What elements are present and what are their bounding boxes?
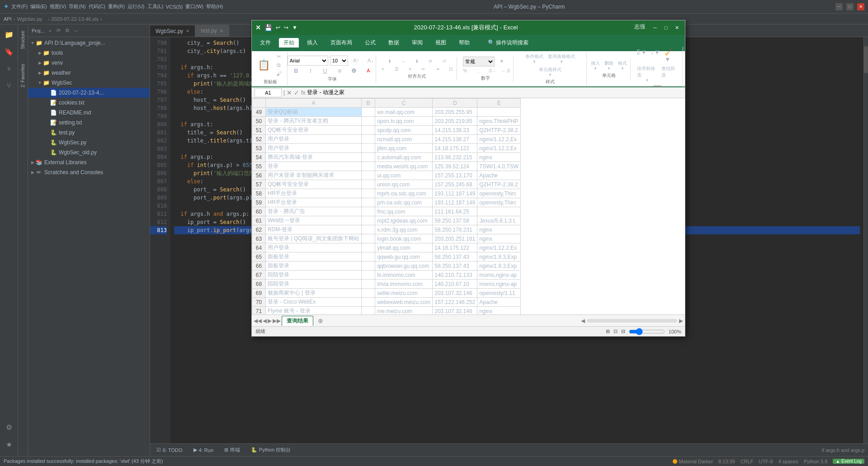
cell-61-a[interactable]: Web统一登录 [266, 216, 362, 225]
cell-68-d[interactable]: 140.210.67.10 [433, 280, 477, 289]
cell-67-e[interactable]: momo,nginx-ap [477, 271, 521, 280]
font-dec-btn[interactable]: A↓ [364, 57, 377, 65]
cell-55-c[interactable]: media.weishi.qq.com [375, 162, 433, 171]
number-expand-btn[interactable]: ▼ [495, 58, 508, 65]
cell-56-e[interactable]: Apache [477, 171, 521, 180]
cell-71-b[interactable] [362, 307, 375, 315]
bookmark-icon[interactable]: 🔖 [1, 43, 17, 60]
fontcolor-btn[interactable]: A [362, 67, 375, 74]
cell-51-e[interactable]: QZHTTP-2.38.2 [477, 126, 521, 135]
add-btn[interactable]: + [47, 27, 54, 34]
cell-56-c[interactable]: ui.qq.com [375, 171, 433, 180]
table-row[interactable]: 61Web统一登录mpt2.tgideas.qq.com58.250.137.5… [252, 216, 521, 225]
tree-item-wgbsec[interactable]: ▼ 📁 WgbSec [28, 78, 150, 88]
cut-btn[interactable]: ✂ [273, 52, 285, 61]
cell-59-d[interactable]: 193.112.187.149 [433, 198, 477, 207]
underline-btn[interactable]: U [319, 67, 331, 75]
col-header-c[interactable]: C [375, 99, 433, 108]
italic-btn[interactable]: I [304, 67, 317, 75]
view-layout-btn[interactable]: ⊡ [613, 328, 618, 334]
table-row[interactable]: 64用户登录ylmall.qq.com14.18.175.122nginx/1.… [252, 243, 521, 252]
minimize-panel-btn[interactable]: ─ [72, 27, 80, 34]
table-row[interactable]: 53用户登录jifen.qq.com14.18.175.122nginx/1.1… [252, 144, 521, 153]
table-row[interactable]: 71Flyme 账号 - 登录me.meizu.com203.107.32.14… [252, 307, 521, 315]
run-btn[interactable]: ▶ 4: Run [191, 446, 216, 454]
table-row[interactable]: 52用户登录nzmall.qq.com14.215.138.27nginx/1.… [252, 135, 521, 144]
sheet-first-btn[interactable]: ◀◀ [254, 318, 262, 324]
cell-71-d[interactable]: 203.107.32.146 [433, 307, 477, 315]
cell-54-d[interactable]: 113.96.232.215 [433, 153, 477, 162]
excel-undo-icon[interactable]: ↩ [276, 24, 280, 31]
tree-item-tools[interactable]: ▶ 📁 tools [28, 48, 150, 58]
scroll-left-btn[interactable]: ◀ [581, 318, 585, 324]
tree-item-test-py[interactable]: 🐍 test.py [28, 128, 150, 138]
fillcolor-btn[interactable]: 🅐 [348, 67, 360, 74]
cell-71-c[interactable]: me.meizu.com [375, 307, 433, 315]
project-icon[interactable]: 📁 [1, 26, 17, 43]
cell-49-a[interactable]: 登录QQ邮箱 [266, 108, 362, 117]
excel-close[interactable]: ✕ [672, 23, 681, 32]
tree-item-weather[interactable]: ▶ 📁 weather [28, 68, 150, 78]
paintformat-btn[interactable]: 🖌 [273, 70, 285, 78]
formula-bar-cancel[interactable]: ✕ [287, 89, 292, 96]
cell-60-b[interactable] [362, 207, 375, 216]
cell-67-b[interactable] [362, 271, 375, 280]
cell-51-a[interactable]: QQ帐号安全登录 [266, 126, 362, 135]
tree-item-extlib[interactable]: ▶ 📚 External Libraries [28, 157, 150, 167]
cell-58-a[interactable]: HR平台登录 [266, 189, 362, 198]
tree-item-api[interactable]: ▼ 📁 API D:\Language_proje... [28, 38, 150, 48]
cell-64-d[interactable]: 14.18.175.122 [433, 243, 477, 252]
tab-close-wgbsec[interactable]: ✕ [186, 29, 189, 33]
cell-62-d[interactable]: 58.250.179.231 [433, 225, 477, 234]
todo-btn[interactable]: ☑ 6: TODO [154, 446, 185, 454]
cell-52-c[interactable]: nzmall.qq.com [375, 135, 433, 144]
col-header-e[interactable]: E [477, 99, 521, 108]
add-sheet-btn[interactable]: ⊕ [314, 316, 327, 325]
sheet-next-btn[interactable]: ▶ [268, 318, 272, 324]
cell-67-c[interactable]: bi.immomo.com [375, 271, 433, 280]
text-angle-btn[interactable]: ⟳ [424, 58, 437, 65]
cell-51-d[interactable]: 14.215.138.23 [433, 126, 477, 135]
excel-minimize[interactable]: ─ [651, 23, 660, 32]
cell-69-c[interactable]: seller.meizu.com [375, 289, 433, 298]
cell-58-d[interactable]: 193.112.187.149 [433, 189, 477, 198]
paste-btn[interactable]: 📋 [256, 58, 272, 72]
minimize-button[interactable]: ─ [835, 3, 843, 10]
cell-69-e[interactable]: openresty/1.11 [477, 289, 521, 298]
tree-item-wgbsec-old[interactable]: 🐍 WgbSec_old.py [28, 147, 150, 157]
cell-66-c[interactable]: qqbrowser.gu.qq.com [375, 262, 433, 271]
table-row[interactable]: 50登录 - 腾讯TV开发者文档open.tv.qq.com203.205.21… [252, 117, 521, 126]
cell-63-a[interactable]: 账号登录 | QQ阅读_阅文集团旗下网站 [266, 234, 362, 243]
table-row[interactable]: 54腾讯汽车商城-登录c.automall.qq.com113.96.232.2… [252, 153, 521, 162]
cell-58-b[interactable] [362, 189, 375, 198]
cell-59-c[interactable]: prh.oa.sdc.qq.com [375, 198, 433, 207]
outdent-btn[interactable]: ⇤ [417, 66, 430, 72]
cell-53-a[interactable]: 用户登录 [266, 144, 362, 153]
cell-64-e[interactable]: nginx/1.12.2,Ex [477, 243, 521, 252]
terminal-btn[interactable]: ⊞ 终端 [222, 446, 243, 454]
borders-btn[interactable]: ⊞ [333, 67, 346, 74]
table-row[interactable]: 67陌陌登录bi.immomo.com140.210.71.133momo,ng… [252, 271, 521, 280]
cell-71-a[interactable]: Flyme 账号 - 登录 [266, 307, 362, 315]
table-row[interactable]: 57QQ帐号安全登录union.qq.com157.255.245.68QZHT… [252, 180, 521, 189]
col-header-a[interactable]: A [266, 99, 362, 108]
cell-reference-input[interactable] [255, 88, 282, 97]
maximize-button[interactable]: □ [846, 3, 854, 10]
number-format-select[interactable]: 常规 [463, 57, 495, 67]
col-header-d[interactable]: D [433, 99, 477, 108]
font-size-select[interactable]: 10 [330, 56, 348, 66]
cell-55-d[interactable]: 125.39.52.124 [433, 162, 477, 171]
cell-70-e[interactable]: Apache [477, 298, 521, 307]
cell-50-b[interactable] [362, 117, 375, 126]
findselect-btn[interactable]: 查找和选 [660, 65, 679, 83]
cell-55-a[interactable]: 登录 [266, 162, 362, 171]
cell-71-e[interactable]: nginx [477, 307, 521, 315]
tree-item-scratches[interactable]: ▶ ✏ Scratches and Consoles [28, 167, 150, 177]
cell-53-e[interactable]: nginx/1.12.2,Ex [477, 144, 521, 153]
cell-60-c[interactable]: fmc.qq.com [375, 207, 433, 216]
cell-69-a[interactable]: 魅族商家中心 | 登录 [266, 289, 362, 298]
align-right-btn[interactable]: ≡ [404, 66, 416, 72]
cell-styles-btn[interactable]: 单元格样式▼ [537, 66, 563, 78]
table-row[interactable]: 70登录 - Cisco WebExwebexweb.meizu.com157.… [252, 298, 521, 307]
tab-review[interactable]: 审阅 [407, 38, 427, 48]
